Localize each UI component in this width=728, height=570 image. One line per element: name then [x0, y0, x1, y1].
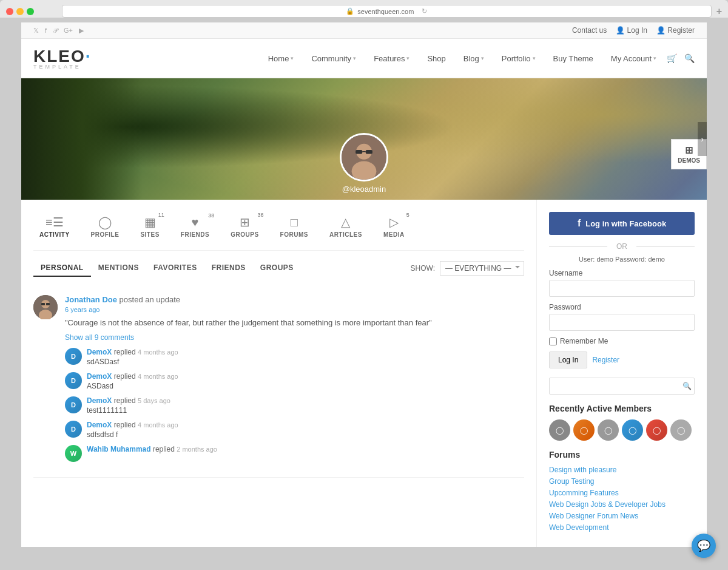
comment-item: D DemoX replied 4 months ago ASDasd [65, 372, 524, 390]
sidebar-search-input[interactable] [549, 378, 695, 395]
user-icon: 👤 [616, 26, 625, 35]
comment-avatar[interactable]: D [65, 348, 82, 365]
comment-time: 4 months ago [138, 421, 178, 429]
youtube-icon[interactable]: ▶ [79, 27, 84, 35]
member-avatar-2[interactable]: ◯ [573, 419, 595, 441]
commenter-name[interactable]: DemoX [87, 372, 112, 381]
comment-item: D DemoX replied 5 days ago test1111111 [65, 396, 524, 415]
login-button[interactable]: Log In [549, 351, 587, 368]
member-avatar-3[interactable]: ◯ [598, 419, 619, 441]
nav-home[interactable]: Home ▾ [261, 49, 302, 68]
facebook-icon[interactable]: f [45, 27, 47, 35]
search-icon[interactable]: 🔍 [684, 53, 695, 63]
subtab-favorites[interactable]: FAVORITES [146, 260, 204, 277]
subtab-groups[interactable]: GROUPS [253, 260, 301, 277]
commenter-name[interactable]: Wahib Muhammad [87, 445, 151, 453]
register-link[interactable]: 👤 Register [656, 26, 695, 35]
tab-sites[interactable]: 11 ▦ SITES [134, 212, 165, 241]
activity-username[interactable]: Jonathan Doe [65, 295, 117, 304]
comment-item: W Wahib Muhammad replied 2 months ago [65, 445, 524, 462]
tab-media[interactable]: 5 ▷ MEDIA [377, 212, 411, 241]
activity-time[interactable]: 6 years ago [65, 306, 524, 313]
new-tab-button[interactable]: + [716, 6, 722, 17]
tab-articles[interactable]: △ ARTICLES [323, 212, 368, 241]
minimize-dot[interactable] [16, 8, 24, 15]
comment-avatar[interactable]: W [65, 445, 82, 462]
nav-features[interactable]: Features ▾ [366, 49, 417, 68]
nav-portfolio[interactable]: Portfolio ▾ [494, 49, 543, 68]
contact-link[interactable]: Contact us [572, 26, 607, 35]
media-icon: ▷ [389, 215, 399, 229]
or-divider: OR [549, 242, 695, 251]
nav-my-account[interactable]: My Account ▾ [604, 49, 664, 68]
subtab-personal[interactable]: PERSONAL [33, 260, 91, 277]
forum-link-4[interactable]: Web Designer Forum News [549, 512, 695, 520]
password-input[interactable] [549, 314, 695, 331]
comment-avatar[interactable]: D [65, 372, 82, 389]
nav-buy-theme[interactable]: Buy Theme [546, 49, 601, 68]
member-avatar-6[interactable]: ◯ [670, 419, 692, 441]
comment-item: D DemoX replied 4 months ago sdASDasf [65, 348, 524, 366]
hero-avatar[interactable] [340, 133, 388, 182]
articles-icon: △ [341, 215, 350, 229]
tab-friends[interactable]: 38 ♥ FRIENDS [175, 212, 215, 241]
close-dot[interactable] [6, 8, 13, 15]
comment-text: sdASDasf [87, 358, 524, 366]
tab-forums[interactable]: □ FORUMS [274, 212, 314, 241]
demo-hint: User: demo Password: demo [549, 256, 695, 263]
nav-community[interactable]: Community ▾ [304, 49, 363, 68]
site-wrapper: 𝕏 f 𝒫 G+ ▶ Contact us 👤 Log In 👤 Registe… [21, 22, 707, 547]
address-bar[interactable]: 🔒 seventhqueen.com ↻ [62, 5, 712, 18]
subtab-friends[interactable]: FRIENDS [204, 260, 253, 277]
google-plus-icon[interactable]: G+ [64, 27, 73, 35]
logo[interactable]: KLEO· TEMPLATE [33, 47, 92, 70]
member-avatar-4[interactable]: ◯ [622, 419, 643, 441]
maximize-dot[interactable] [27, 8, 34, 15]
activity-text: "Courage is not the absence of fear, but… [65, 318, 524, 327]
commenter-name[interactable]: DemoX [87, 348, 112, 356]
reload-icon[interactable]: ↻ [422, 7, 427, 15]
forum-link-3[interactable]: Web Design Jobs & Developer Jobs [549, 500, 695, 509]
activity-subtabs: PERSONAL MENTIONS FAVORITES FRIENDS GROU… [33, 260, 524, 277]
subtab-mentions[interactable]: MENTIONS [91, 260, 146, 277]
tab-groups[interactable]: 36 ⊞ GROUPS [224, 212, 265, 241]
activity-feed: Jonathan Doe posted an update 6 years ag… [33, 286, 524, 478]
commenter-name[interactable]: DemoX [87, 421, 112, 429]
facebook-login-button[interactable]: f Log in with Facebook [549, 212, 695, 235]
forum-link-0[interactable]: Design with pleasure [549, 466, 695, 474]
register-link[interactable]: Register [592, 356, 619, 364]
show-comments-link[interactable]: Show all 9 comments [65, 333, 524, 342]
forum-link-5[interactable]: Web Development [549, 523, 695, 532]
hero-username: @kleoadmin [340, 185, 388, 194]
login-link[interactable]: 👤 Log In [616, 26, 647, 35]
remember-me-checkbox[interactable] [549, 338, 557, 345]
search-button[interactable]: 🔍 [682, 382, 692, 390]
hero-banner: @kleoadmin ⊞ DEMOS › [21, 78, 707, 200]
scroll-right-indicator[interactable]: › [698, 122, 707, 156]
forum-link-2[interactable]: Upcomming Features [549, 489, 695, 497]
comment-avatar[interactable]: D [65, 421, 82, 438]
nav-shop[interactable]: Shop [420, 49, 453, 68]
cart-icon[interactable]: 🛒 [667, 53, 677, 63]
pinterest-icon[interactable]: 𝒫 [53, 27, 58, 35]
comment-time: 4 months ago [138, 373, 178, 380]
comment-header: Wahib Muhammad replied 2 months ago [87, 445, 524, 453]
username-input[interactable] [549, 280, 695, 297]
avatar-svg [33, 295, 58, 319]
chevron-down-icon: ▾ [653, 55, 656, 61]
activity-avatar[interactable] [33, 295, 58, 319]
tab-profile[interactable]: ◯ PROFILE [85, 212, 126, 241]
member-avatar-5[interactable]: ◯ [646, 419, 667, 441]
comment-text: test1111111 [87, 406, 524, 415]
comment-avatar[interactable]: D [65, 396, 82, 413]
twitter-icon[interactable]: 𝕏 [33, 27, 39, 35]
content-area: ≡☰ ACTIVITY ◯ PROFILE 11 ▦ SITES 38 ♥ FR… [21, 200, 707, 547]
tab-activity[interactable]: ≡☰ ACTIVITY [33, 212, 76, 241]
search-box: 🔍 [549, 378, 695, 395]
nav-menu: Home ▾ Community ▾ Features ▾ Shop Blog … [261, 49, 695, 68]
nav-blog[interactable]: Blog ▾ [456, 49, 491, 68]
member-avatar-1[interactable]: ◯ [549, 419, 570, 441]
commenter-name[interactable]: DemoX [87, 396, 112, 405]
forum-link-1[interactable]: Group Testing [549, 477, 695, 486]
everything-select[interactable]: — EVERYTHING — [440, 261, 524, 276]
